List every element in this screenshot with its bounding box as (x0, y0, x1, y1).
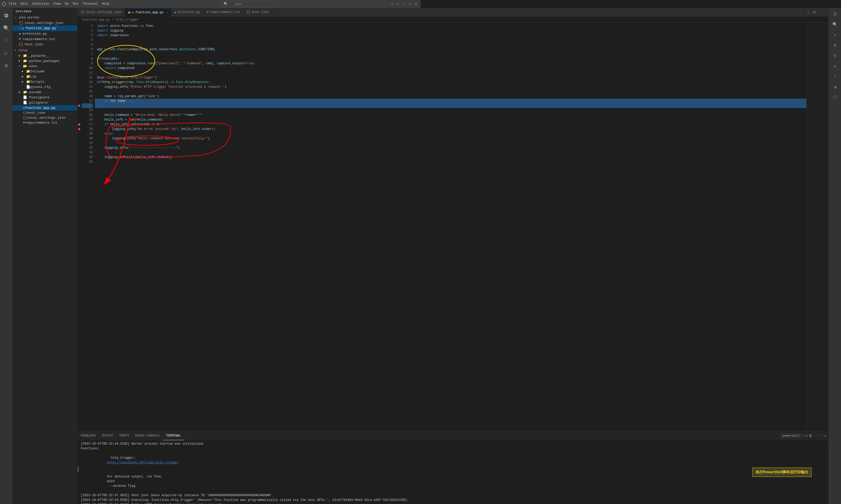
code-line-27: if hello_info.returncode != 0: (95, 122, 420, 127)
open-editor-host[interactable]: {} host.json (13, 42, 78, 47)
code-line-13: def http_trigger(req: func.HttpRequest) … (95, 80, 420, 85)
menu-run[interactable]: Run (73, 2, 79, 6)
activity-search[interactable]: 🔍 (0, 22, 13, 34)
line-numbers: 12345 678910 1112131415 1617... 24252627… (82, 23, 95, 252)
search-icon: 🔍 (224, 2, 228, 6)
activity-debug[interactable]: ▷ (0, 48, 13, 59)
code-line-2: import logging (95, 29, 420, 33)
tree-item-label: requirements.txt (25, 121, 57, 125)
folder-icon: 📁 (26, 69, 30, 73)
breadcrumb-file[interactable]: function_app.py (82, 18, 110, 22)
menu-file[interactable]: File (9, 2, 16, 6)
open-editors-header[interactable]: ▾ OPEN EDITORS (13, 15, 78, 20)
open-editor-extension[interactable]: ◆ extension.py (13, 31, 78, 36)
folder-icon: 📁 (23, 90, 27, 94)
open-editors-chevron-icon: ▾ (15, 16, 18, 19)
tab-host[interactable]: {} host.json (244, 8, 272, 17)
close-button[interactable]: ✕ (414, 2, 418, 6)
tab-icon: {} (247, 11, 251, 14)
code-line-11 (95, 71, 420, 75)
tab-local-settings[interactable]: {} local.settings.json (78, 8, 125, 17)
editor-wrapper: 12345 678910 1112131415 1617... 24252627… (78, 23, 420, 252)
tree-vscode[interactable]: ▶ 📁 .vscode (13, 90, 78, 95)
code-line-26: hello_info = run(hello_command) (95, 118, 420, 122)
tab-dot (128, 12, 130, 14)
menu-edit[interactable]: Edit (21, 2, 28, 6)
project-chevron-icon: ▾ (15, 49, 18, 52)
code-content[interactable]: import azure.functions as func import lo… (95, 23, 420, 252)
tree-pyvenv[interactable]: ▶ 📄 pyvenv.cfg (13, 84, 78, 90)
code-line-25: hello_command = "Write-Host 'Hello Wolrd… (95, 113, 420, 118)
error-indicator-26 (78, 123, 80, 125)
tree-requirements[interactable]: ▶ ≡ requirements.txt (13, 120, 78, 125)
tab-requirements[interactable]: ≡ requirements.txt (204, 8, 243, 17)
json-icon: {} (19, 21, 23, 25)
activity-extensions[interactable]: ⊞ (0, 60, 13, 71)
open-editor-requirements[interactable]: ≡ requirements.txt (13, 36, 78, 42)
tree-item-label: __pycache__ (27, 54, 50, 58)
minimize-button[interactable]: ─ (401, 2, 406, 6)
tab-label: host.json (252, 11, 269, 14)
project-section: ▾ PYFUN ▶ 📁 __pycache__ ▶ 📁 .python_pack… (13, 48, 78, 125)
tree-host-json[interactable]: ▶ {} host.json (13, 110, 78, 115)
maximize-button[interactable]: □ (408, 2, 413, 6)
sidebar: EXPLORER ▾ OPEN EDITORS {} local.setting… (13, 8, 78, 252)
tree-funcignore[interactable]: ▶ 📄 .funcignore (13, 95, 78, 100)
code-line-12: @app.route(route="http_trigger") (95, 75, 420, 80)
tree-gitignore[interactable]: ▶ 📄 .gitignore (13, 100, 78, 105)
activity-explorer[interactable]: ⧉ (0, 10, 13, 21)
code-line-5 (95, 42, 420, 47)
tree-local-settings[interactable]: ▶ {} local.settings.json (13, 115, 78, 120)
python-icon: ◆ (22, 26, 24, 31)
tree-python-packages[interactable]: ▶ 📁 .python_packages (13, 58, 78, 64)
folder-chevron-icon: ▾ (19, 65, 22, 68)
menu-go[interactable]: Go (65, 2, 69, 6)
tab-label-active: function_app.py (135, 11, 164, 14)
tree-function-app[interactable]: ▶ ◆ function_app.py (13, 105, 78, 110)
code-line-14: logging.info('Python HTTP trigger functi… (95, 85, 420, 89)
tab-icon: {} (81, 11, 84, 14)
nav-forward-icon[interactable]: → (396, 2, 400, 6)
tab-extension[interactable]: ◆ extension.py (171, 8, 204, 17)
tab-function-app[interactable]: ◆ function_app.py ✕ (125, 8, 171, 17)
tree-pycache[interactable]: ▶ 📁 __pycache__ (13, 53, 78, 58)
menu-help[interactable]: Help (102, 2, 109, 6)
close-editor-icon[interactable]: ✕ (19, 26, 21, 31)
folder-chevron-icon: ▶ (19, 91, 22, 94)
code-line-34: logging.info(str(hello_info.stdout)) (95, 155, 420, 160)
folder-icon: 📁 (26, 74, 30, 78)
tree-item-label: Include (30, 70, 45, 73)
error-indicator-27 (78, 128, 80, 130)
tree-item-label: local.settings.json (27, 116, 66, 120)
breadcrumb-section[interactable]: http_trigger (116, 18, 138, 22)
tree-venv[interactable]: ▾ 📂 .venv (13, 64, 78, 69)
nav-back-icon[interactable]: ← (390, 2, 395, 6)
code-line-31 (95, 141, 420, 145)
tree-include[interactable]: ▶ 📁 Include (13, 69, 78, 74)
tree-item-label: Lib (30, 75, 36, 78)
code-line-35 (95, 160, 420, 164)
code-line-6: app = func.FunctionApp(http_auth_level=f… (95, 47, 420, 52)
tree-scripts[interactable]: ▶ 📁 Scripts (13, 79, 78, 84)
txt-icon: ≡ (19, 37, 21, 41)
search-bar: 🔍 (111, 1, 389, 7)
open-editor-label: host.json (25, 42, 43, 46)
tab-close-icon[interactable]: ✕ (166, 11, 168, 14)
open-editor-label: requirements.txt (22, 37, 55, 41)
search-input[interactable] (229, 2, 271, 6)
menu-selection[interactable]: Selection (32, 2, 49, 6)
project-header[interactable]: ▾ PYFUN (13, 48, 78, 53)
code-line-28: logging.info("An error occured: %s", hel… (95, 127, 420, 131)
nav-arrows: ← → (390, 2, 400, 6)
tree-lib[interactable]: ▶ 📁 Lib (13, 74, 78, 79)
menu-bar: File Edit Selection View Go Run Terminal… (9, 2, 109, 6)
open-editor-local-settings[interactable]: {} local.settings.json (13, 20, 78, 25)
left-activity-bar: ⧉ 🔍 ⑂ ▷ ⊞ (0, 8, 13, 252)
menu-terminal[interactable]: Terminal (83, 2, 98, 6)
code-line-30: logging.info("Hello command executed suc… (95, 136, 420, 141)
menu-view[interactable]: View (53, 2, 61, 6)
activity-git[interactable]: ⑂ (0, 35, 13, 46)
open-editor-function-app[interactable]: ✕ ◆ function_app.py (13, 25, 78, 31)
code-line-29: else: (95, 131, 420, 136)
tab-icon-active: ◆ (132, 11, 134, 14)
